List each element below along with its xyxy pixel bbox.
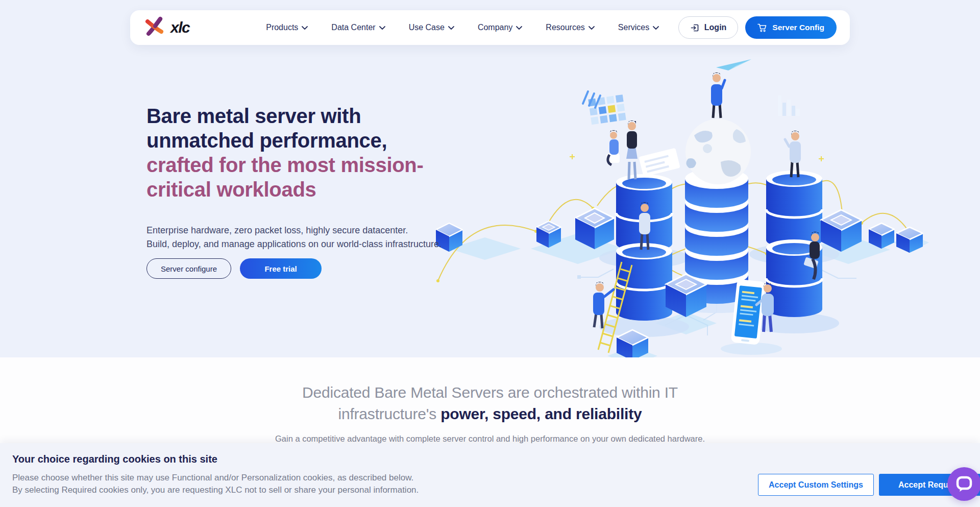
hero-copy: Bare metal server with unmatched perform… — [146, 104, 463, 279]
globe — [685, 119, 751, 184]
navbar: xlc Products Data Center Use Case Compan… — [130, 10, 850, 45]
section-heading-bold: power, speed, and reliability — [440, 405, 642, 422]
section-heading-gray-1: Dedicated Bare Metal Servers are orchest… — [302, 384, 678, 401]
nav-item-products[interactable]: Products — [266, 23, 308, 32]
login-icon — [690, 23, 700, 33]
floating-tile-panel — [588, 94, 626, 125]
datacenter-illustration — [434, 54, 929, 357]
nav-item-company[interactable]: Company — [478, 23, 522, 32]
person-on-globe — [711, 73, 725, 118]
logo-text: xlc — [170, 19, 189, 36]
section-subtext: Gain a competitive advantage with comple… — [0, 434, 980, 444]
logo[interactable]: xlc — [143, 16, 189, 39]
accept-custom-settings-button[interactable]: Accept Custom Settings — [758, 474, 874, 496]
hero-title-line1: Bare metal server with — [146, 104, 463, 128]
section-heading: Dedicated Bare Metal Servers are orchest… — [209, 382, 771, 425]
hero-cta-row: Server configure Free trial — [146, 258, 463, 279]
hero-title-line3: crafted for the most mission- — [146, 153, 463, 177]
server-config-button[interactable]: Server Config — [745, 16, 837, 39]
section-heading-gray-2: infrastructure's — [338, 405, 440, 422]
hero-title-line2: unmatched performance, — [146, 128, 463, 153]
server-cylinder-upper-left — [616, 174, 672, 252]
hero-section: xlc Products Data Center Use Case Compan… — [0, 0, 980, 357]
person-upper-left-standing — [626, 120, 638, 179]
nav-actions: Login Server Config — [678, 16, 837, 39]
floating-card — [639, 148, 680, 177]
xlc-logo-icon — [143, 16, 166, 39]
chevron-down-icon — [379, 26, 385, 30]
nav-item-data-center[interactable]: Data Center — [331, 23, 385, 32]
cube-far-right — [896, 227, 923, 253]
free-trial-button[interactable]: Free trial — [240, 258, 322, 279]
nav-item-resources[interactable]: Resources — [546, 23, 594, 32]
cookie-banner-title: Your choice regarding cookies on this si… — [12, 453, 980, 465]
bar-chart-panel — [778, 95, 800, 116]
person-upper-left-sitting — [606, 130, 620, 165]
cookie-banner: Your choice regarding cookies on this si… — [0, 443, 980, 507]
flag-icon — [716, 59, 751, 70]
person-upper-right — [785, 131, 801, 177]
nav-item-services[interactable]: Services — [618, 23, 659, 32]
chevron-down-icon — [302, 26, 308, 30]
chat-widget-button[interactable] — [947, 467, 980, 501]
chat-bubble-icon — [955, 475, 973, 493]
server-configure-button[interactable]: Server configure — [146, 258, 231, 279]
server-cylinder-lower-left — [616, 243, 672, 321]
cart-icon — [757, 23, 767, 32]
chevron-down-icon — [589, 26, 595, 30]
hero-title-line4: critical workloads — [146, 177, 463, 202]
chevron-down-icon — [448, 26, 454, 30]
hero-illustration — [434, 54, 929, 357]
hero-title: Bare metal server with unmatched perform… — [146, 104, 463, 202]
login-button[interactable]: Login — [678, 16, 739, 39]
chevron-down-icon — [516, 26, 522, 30]
hero-subtitle: Enterprise hardware, zero packet loss, h… — [146, 224, 463, 251]
nav-item-use-case[interactable]: Use Case — [409, 23, 454, 32]
chevron-down-icon — [653, 26, 659, 30]
nav-menu: Products Data Center Use Case Company Re… — [266, 23, 659, 32]
